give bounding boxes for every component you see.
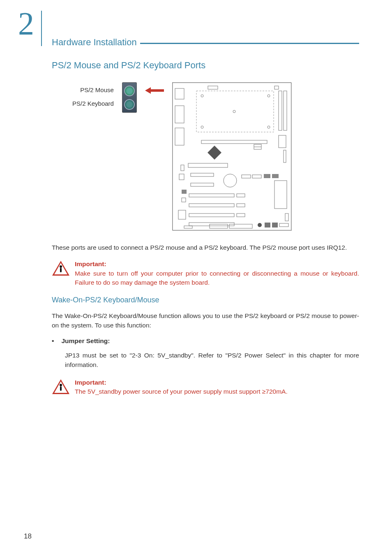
important-label: Important: [75,260,106,267]
svg-rect-42 [285,214,288,221]
svg-rect-48 [229,224,252,228]
svg-rect-39 [182,198,186,202]
important-body: The 5V_standby power source of your powe… [75,388,288,395]
paragraph-intro: These ports are used to connect a PS/2 m… [52,243,359,252]
bullet-body: JP13 must be set to "2-3 On: 5V_standby"… [65,350,359,370]
svg-rect-24 [191,173,214,176]
svg-rect-33 [189,204,234,207]
subheading-wake-on-ps2: Wake-On-PS/2 Keyboard/Mouse [52,296,359,304]
warning-icon [52,260,70,276]
paragraph-wake: The Wake-On-PS/2 Keyboard/Mouse function… [52,311,359,330]
bullet-label: Jumper Setting: [61,337,110,345]
svg-rect-4 [175,128,184,145]
svg-rect-30 [272,174,279,178]
pointer-arrow-icon [145,87,164,93]
svg-rect-16 [284,150,286,162]
svg-point-52 [60,265,62,268]
svg-rect-11 [208,86,218,89]
svg-rect-15 [279,135,286,148]
ps2-port-photo [122,82,137,113]
svg-rect-32 [237,194,245,197]
header-rule [140,43,359,44]
important-body: Make sure to turn off your computer prio… [75,270,359,286]
svg-rect-53 [60,268,62,272]
diagram-area: PS/2 Mouse PS/2 Keyboard [72,82,359,230]
svg-rect-13 [279,91,282,130]
ps2-mouse-port-icon [124,86,135,96]
svg-rect-45 [272,223,278,227]
svg-rect-46 [279,223,288,227]
svg-rect-25 [191,183,214,186]
motherboard-diagram [172,82,291,230]
svg-point-43 [258,223,262,227]
svg-rect-47 [210,224,228,228]
svg-rect-12 [274,86,279,89]
important-label: Important: [75,379,106,386]
bullet-marker: • [52,337,54,345]
svg-rect-34 [237,204,245,207]
page-title: PS/2 Mouse and PS/2 Keyboard Ports [52,60,359,71]
label-ps2-mouse: PS/2 Mouse [72,86,114,93]
svg-rect-44 [265,223,270,227]
svg-rect-18 [201,140,267,144]
svg-rect-40 [178,210,186,219]
svg-point-6 [201,95,203,97]
page-number: 18 [24,532,32,541]
svg-point-56 [60,384,62,386]
svg-point-26 [224,174,237,187]
svg-rect-5 [196,91,274,132]
section-header: Hardware Installation [52,37,137,48]
svg-rect-35 [189,214,234,217]
svg-rect-41 [274,181,287,209]
svg-rect-29 [264,174,270,178]
svg-rect-28 [252,175,261,178]
chapter-number: 2 [18,7,34,39]
svg-rect-23 [188,163,228,167]
svg-rect-49 [184,226,192,228]
svg-rect-1 [173,83,292,231]
warning-icon [52,379,70,395]
svg-point-7 [267,95,270,97]
svg-rect-36 [237,214,245,217]
svg-rect-17 [208,146,221,160]
ps2-keyboard-port-icon [124,99,135,110]
svg-marker-0 [145,87,164,94]
svg-rect-57 [60,386,62,391]
chapter-divider [41,11,42,46]
svg-rect-22 [179,174,184,180]
svg-rect-27 [242,175,251,178]
svg-rect-38 [182,190,187,194]
svg-rect-14 [284,91,287,130]
label-ps2-keyboard: PS/2 Keyboard [72,100,114,107]
svg-point-9 [267,126,270,128]
svg-rect-21 [181,165,184,171]
svg-rect-2 [175,88,184,99]
svg-point-8 [201,126,203,128]
svg-point-10 [233,110,235,113]
svg-rect-31 [189,194,234,197]
svg-rect-3 [175,106,184,123]
